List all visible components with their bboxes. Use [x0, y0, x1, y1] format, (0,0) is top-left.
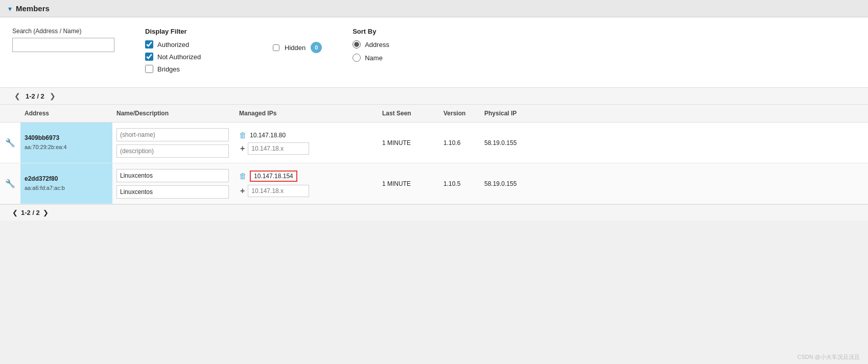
- table-row: 🔧 e2dd372f80 aa:a6:fd:a7:ac:b 🗑 10.147.1…: [0, 163, 868, 204]
- col-head-actions: [0, 108, 20, 119]
- row1-ip1-row: 🗑 10.147.18.80: [239, 131, 374, 139]
- page-info-bottom: 1-2 / 2: [21, 209, 40, 216]
- row1-short-name-input[interactable]: [116, 128, 229, 141]
- table-row: 🔧 3409bb6973 aa:70:29:2b:ea:4 🗑 10.147.1…: [0, 123, 868, 163]
- pagination-bottom: ❮ 1-2 / 2 ❯: [0, 204, 868, 221]
- watermark: CSDN @小火车况且况且: [797, 353, 860, 361]
- sort-name-label: Name: [365, 54, 383, 62]
- bridges-label: Bridges: [157, 65, 180, 73]
- sort-name-radio[interactable]: [353, 54, 361, 62]
- row1-wrench[interactable]: 🔧: [0, 135, 20, 151]
- row2-plus-icon[interactable]: +: [240, 186, 245, 196]
- authorized-checkbox[interactable]: [145, 40, 153, 48]
- not-authorized-label: Not Authorized: [157, 53, 201, 61]
- sort-address: Address: [353, 40, 429, 48]
- row2-address: e2dd372f80 aa:a6:fd:a7:ac:b: [20, 163, 112, 204]
- page-wrapper: ▾ Members Search (Address / Name) Displa…: [0, 0, 868, 364]
- pagination-top: ❮ 1-2 / 2 ❯: [0, 88, 868, 105]
- row2-address-mac: aa:a6:fd:a7:ac:b: [25, 184, 108, 193]
- col-head-name: Name/Description: [112, 108, 235, 119]
- row2-last-seen: 1 MINUTE: [378, 163, 439, 204]
- search-input[interactable]: [12, 38, 114, 52]
- row2-ip1-highlighted: 10.147.18.154: [250, 171, 297, 182]
- table-body: 🔧 3409bb6973 aa:70:29:2b:ea:4 🗑 10.147.1…: [0, 123, 868, 204]
- row2-ip2-row: +: [239, 185, 374, 197]
- row2-trash-icon[interactable]: 🗑: [239, 172, 247, 180]
- row2-physical-ip: 58.19.0.155: [480, 163, 552, 204]
- display-filter-title: Display Filter: [145, 28, 247, 35]
- row1-managed-ips: 🗑 10.147.18.80 +: [235, 123, 378, 163]
- row2-ip2-input[interactable]: [248, 185, 309, 197]
- search-label: Search (Address / Name): [12, 28, 114, 35]
- col-head-managed-ips: Managed IPs: [235, 108, 378, 119]
- row2-version: 1.10.5: [439, 163, 480, 204]
- controls-row: Search (Address / Name) Display Filter A…: [12, 28, 856, 77]
- col-head-version: Version: [439, 108, 480, 119]
- next-page-button[interactable]: ❯: [48, 92, 58, 100]
- hidden-badge: 0: [311, 42, 322, 53]
- col-head-address: Address: [20, 108, 112, 119]
- filter-and-hidden: Display Filter Authorized Not Authorized…: [145, 28, 322, 77]
- next-page-bottom-button[interactable]: ❯: [43, 209, 49, 216]
- row1-address-id: 3409bb6973: [25, 133, 108, 143]
- prev-page-bottom-button[interactable]: ❮: [12, 209, 18, 216]
- col-head-physical-ip: Physical IP: [480, 108, 552, 119]
- row2-wrench[interactable]: 🔧: [0, 176, 20, 191]
- row1-ip1-value: 10.147.18.80: [250, 132, 286, 139]
- sort-section: Sort By Address Name: [353, 28, 429, 67]
- not-authorized-checkbox[interactable]: [145, 53, 153, 61]
- members-header: ▾ Members: [0, 0, 868, 17]
- authorized-label: Authorized: [157, 41, 189, 48]
- search-section: Search (Address / Name): [12, 28, 114, 52]
- row1-address-mac: aa:70:29:2b:ea:4: [25, 143, 108, 152]
- row1-trash-icon[interactable]: 🗑: [239, 131, 247, 139]
- filter-authorized: Authorized: [145, 40, 247, 48]
- hidden-section: Hidden 0: [273, 42, 322, 53]
- row1-name-cell: [112, 123, 235, 163]
- row1-physical-ip: 58.19.0.155: [480, 123, 552, 163]
- sort-name: Name: [353, 54, 429, 62]
- row1-version: 1.10.6: [439, 123, 480, 163]
- controls-area: Search (Address / Name) Display Filter A…: [0, 17, 868, 88]
- filter-not-authorized: Not Authorized: [145, 53, 247, 61]
- sort-address-label: Address: [365, 41, 389, 48]
- page-title: Members: [16, 4, 50, 13]
- filter-bridges: Bridges: [145, 65, 247, 73]
- display-filter-section: Display Filter Authorized Not Authorized…: [145, 28, 247, 77]
- row2-address-id: e2dd372f80: [25, 174, 108, 184]
- sort-address-radio[interactable]: [353, 40, 361, 48]
- row1-ip2-row: +: [239, 142, 374, 155]
- col-head-last-seen: Last Seen: [378, 108, 439, 119]
- row2-name-cell: [112, 163, 235, 204]
- row1-plus-icon[interactable]: +: [240, 144, 245, 153]
- hidden-checkbox[interactable]: [273, 44, 279, 51]
- prev-page-button[interactable]: ❮: [12, 92, 22, 100]
- page-info-top: 1-2 / 2: [26, 92, 44, 100]
- row1-description-input[interactable]: [116, 144, 229, 158]
- row2-managed-ips: 🗑 10.147.18.154 +: [235, 163, 378, 204]
- row2-ip1-row: 🗑 10.147.18.154: [239, 171, 374, 182]
- bridges-checkbox[interactable]: [145, 65, 153, 73]
- row1-last-seen: 1 MINUTE: [378, 123, 439, 163]
- row1-ip2-input[interactable]: [248, 142, 309, 155]
- table-header: Address Name/Description Managed IPs Las…: [0, 105, 868, 123]
- row1-address: 3409bb6973 aa:70:29:2b:ea:4: [20, 123, 112, 163]
- hidden-label: Hidden: [285, 44, 306, 52]
- row2-description-input[interactable]: [116, 185, 229, 199]
- row2-short-name-input[interactable]: [116, 169, 229, 182]
- sort-by-title: Sort By: [353, 28, 429, 35]
- collapse-chevron[interactable]: ▾: [8, 5, 12, 13]
